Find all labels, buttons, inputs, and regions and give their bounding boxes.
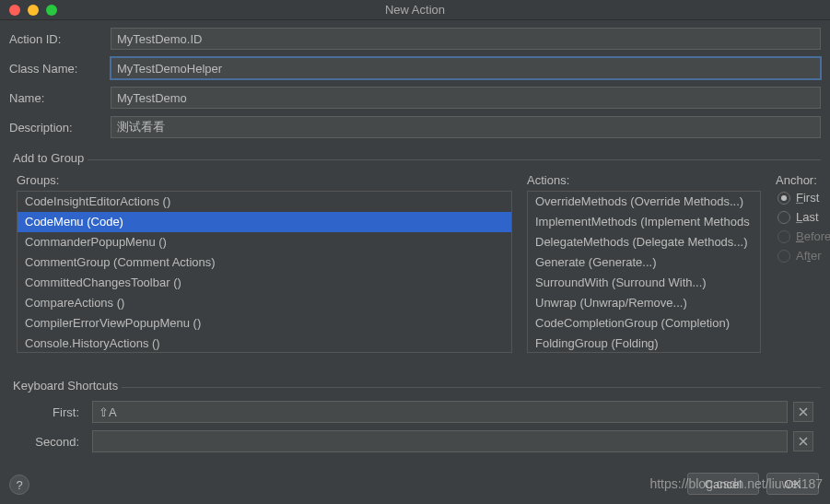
list-item[interactable]: CommentGroup (Comment Actions) [18, 252, 511, 273]
list-item[interactable]: Generate (Generate...) [528, 252, 760, 273]
description-input[interactable] [111, 116, 821, 138]
window-controls [0, 5, 57, 16]
anchor-before: Before [776, 229, 830, 243]
ok-button[interactable]: OK [766, 473, 819, 495]
window-title: New Action [0, 3, 830, 17]
class-name-input[interactable] [111, 57, 821, 79]
name-label: Name: [9, 91, 111, 105]
anchor-last[interactable]: Last [776, 210, 830, 224]
list-item[interactable]: FoldingGroup (Folding) [528, 334, 760, 353]
list-item[interactable]: CompareActions () [18, 293, 511, 313]
list-item[interactable]: OverrideMethods (Override Methods...) [528, 192, 760, 212]
list-item[interactable]: DelegateMethods (Delegate Methods...) [528, 232, 760, 252]
description-label: Description: [9, 121, 111, 135]
list-item[interactable]: CodeMenu (Code) [18, 212, 511, 232]
first-shortcut-label: First: [17, 405, 87, 419]
actions-label: Actions: [527, 173, 761, 187]
minimize-icon[interactable] [28, 5, 39, 16]
list-item[interactable]: CodeInsightEditorActions () [18, 192, 511, 212]
close-icon [799, 407, 808, 416]
radio-icon [777, 192, 790, 205]
actions-listbox[interactable]: OverrideMethods (Override Methods...)Imp… [527, 191, 761, 353]
titlebar: New Action [0, 0, 830, 20]
close-icon[interactable] [9, 5, 20, 16]
radio-icon [777, 211, 790, 224]
list-item[interactable]: SurroundWith (Surround With...) [528, 273, 760, 293]
zoom-icon[interactable] [46, 5, 57, 16]
radio-icon [777, 230, 790, 243]
second-shortcut-label: Second: [17, 435, 87, 449]
action-id-label: Action ID: [9, 32, 111, 46]
first-shortcut-input[interactable] [92, 401, 788, 423]
second-shortcut-input[interactable] [92, 430, 788, 452]
list-item[interactable]: Unwrap (Unwrap/Remove...) [528, 293, 760, 313]
list-item[interactable]: CommanderPopupMenu () [18, 232, 511, 252]
close-icon [799, 437, 808, 446]
action-id-input[interactable] [111, 28, 821, 50]
name-input[interactable] [111, 87, 821, 109]
list-item[interactable]: CommittedChangesToolbar () [18, 273, 511, 293]
list-item[interactable]: ImplementMethods (Implement Methods [528, 212, 760, 232]
list-item[interactable]: CodeCompletionGroup (Completion) [528, 313, 760, 334]
clear-first-button[interactable] [793, 402, 813, 422]
groups-label: Groups: [17, 173, 512, 187]
list-item[interactable]: Console.HistoryActions () [18, 334, 511, 353]
anchor-after: After [776, 249, 830, 263]
cancel-button[interactable]: Cancel [687, 473, 759, 495]
anchor-first[interactable]: First [776, 191, 830, 205]
groups-listbox[interactable]: CodeInsightEditorActions ()CodeMenu (Cod… [17, 191, 512, 353]
class-name-label: Class Name: [9, 62, 111, 76]
clear-second-button[interactable] [793, 431, 813, 451]
list-item[interactable]: CompilerErrorViewPopupMenu () [18, 313, 511, 334]
radio-icon [777, 250, 790, 263]
anchor-label: Anchor: [776, 173, 830, 187]
shortcuts-title: Keyboard Shortcuts [9, 379, 122, 393]
help-button[interactable]: ? [9, 475, 29, 495]
add-to-group-title: Add to Group [9, 151, 88, 165]
